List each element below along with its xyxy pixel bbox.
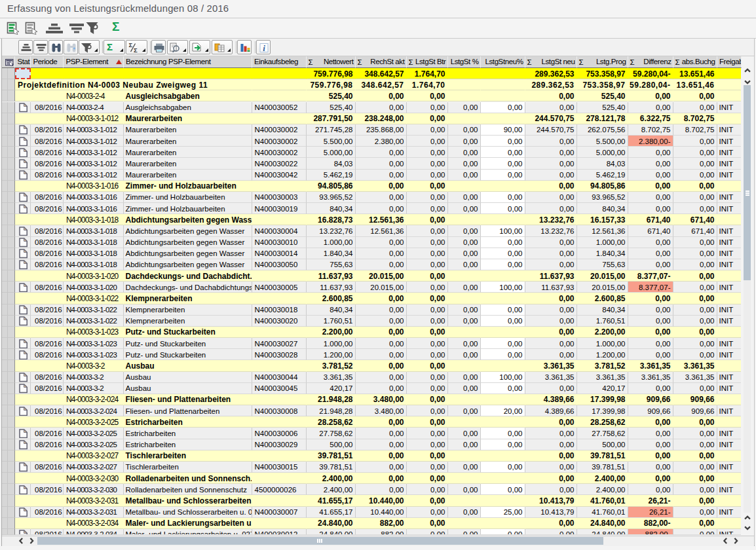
svg-text:Σ: Σ (129, 42, 133, 48)
svg-text:Σ: Σ (134, 46, 138, 54)
svg-text:i: i (263, 43, 265, 53)
